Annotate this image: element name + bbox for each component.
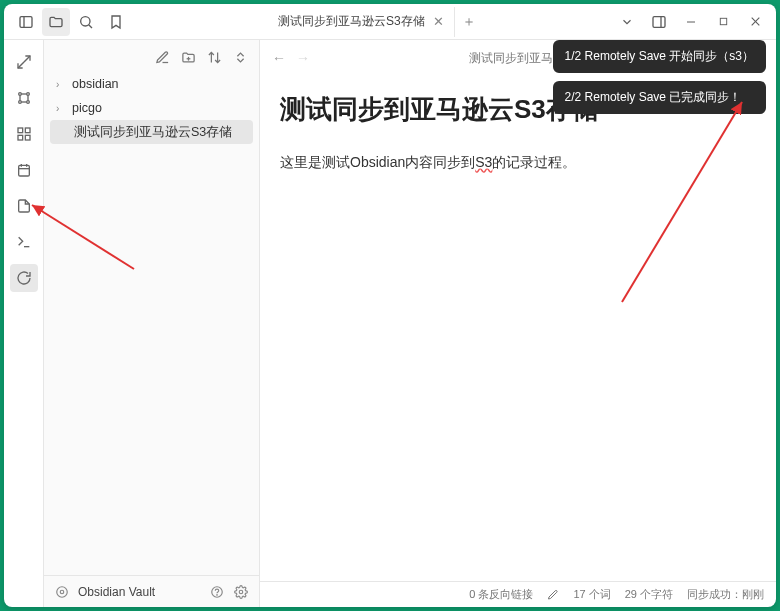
vault-footer: Obsidian Vault bbox=[44, 575, 259, 607]
folder-item[interactable]: › picgo bbox=[50, 96, 253, 120]
quick-switcher-icon[interactable] bbox=[10, 48, 38, 76]
svg-point-10 bbox=[18, 93, 21, 96]
chevron-right-icon: › bbox=[56, 103, 68, 114]
close-window-icon[interactable] bbox=[740, 8, 770, 36]
file-name: 测试同步到亚马逊云S3存储 bbox=[74, 124, 232, 141]
bookmarks-icon[interactable] bbox=[102, 8, 130, 36]
svg-rect-21 bbox=[25, 135, 30, 140]
maximize-icon[interactable] bbox=[708, 8, 738, 36]
titlebar-left bbox=[4, 8, 138, 36]
help-icon[interactable] bbox=[209, 584, 225, 600]
svg-rect-18 bbox=[18, 128, 23, 133]
canvas-icon[interactable] bbox=[10, 120, 38, 148]
file-item-selected[interactable]: 测试同步到亚马逊云S3存储 bbox=[50, 120, 253, 144]
sidebar: › obsidian › picgo 测试同步到亚马逊云S3存储 Obsidia… bbox=[44, 40, 260, 607]
new-note-icon[interactable] bbox=[153, 48, 171, 66]
svg-rect-4 bbox=[653, 16, 665, 27]
app-window: 测试同步到亚马逊云S3存储 ✕ ＋ bbox=[4, 4, 776, 607]
svg-rect-0 bbox=[20, 16, 32, 27]
vault-switcher-icon[interactable] bbox=[54, 584, 70, 600]
daily-note-icon[interactable] bbox=[10, 156, 38, 184]
ribbon bbox=[4, 40, 44, 607]
graph-view-icon[interactable] bbox=[10, 84, 38, 112]
toggle-left-sidebar-icon[interactable] bbox=[12, 8, 40, 36]
collapse-icon[interactable] bbox=[231, 48, 249, 66]
minimize-icon[interactable] bbox=[676, 8, 706, 36]
status-words[interactable]: 17 个词 bbox=[573, 587, 610, 602]
chevron-down-icon[interactable] bbox=[612, 8, 642, 36]
toast-container: 1/2 Remotely Save 开始同步（s3） 2/2 Remotely … bbox=[553, 40, 766, 114]
edit-mode-icon[interactable] bbox=[547, 589, 559, 601]
settings-icon[interactable] bbox=[233, 584, 249, 600]
svg-line-3 bbox=[89, 24, 92, 27]
svg-point-30 bbox=[60, 590, 64, 594]
status-sync[interactable]: 同步成功：刚刚 bbox=[687, 587, 764, 602]
tab-active[interactable]: 测试同步到亚马逊云S3存储 ✕ bbox=[268, 7, 455, 37]
svg-point-13 bbox=[26, 101, 29, 104]
statusbar: 0 条反向链接 17 个词 29 个字符 同步成功：刚刚 bbox=[260, 581, 776, 607]
svg-rect-19 bbox=[25, 128, 30, 133]
folder-name: picgo bbox=[72, 101, 102, 115]
status-backlinks[interactable]: 0 条反向链接 bbox=[469, 587, 533, 602]
nav-back-icon[interactable]: ← bbox=[272, 50, 286, 66]
search-icon[interactable] bbox=[72, 8, 100, 36]
editor-content[interactable]: 测试同步到亚马逊云S3存储 这里是测试Obsidian内容同步到S3的记录过程。 bbox=[260, 76, 776, 581]
document-body: 这里是测试Obsidian内容同步到S3的记录过程。 bbox=[280, 151, 756, 175]
toast-notification[interactable]: 2/2 Remotely Save 已完成同步！ bbox=[553, 81, 766, 114]
tab-bar: 测试同步到亚马逊云S3存储 ✕ ＋ bbox=[138, 7, 606, 37]
sync-icon[interactable] bbox=[10, 264, 38, 292]
svg-rect-7 bbox=[720, 18, 726, 24]
svg-point-12 bbox=[18, 101, 21, 104]
svg-point-29 bbox=[57, 586, 68, 597]
tab-title: 测试同步到亚马逊云S3存储 bbox=[278, 13, 425, 30]
nav-forward-icon[interactable]: → bbox=[296, 50, 310, 66]
svg-point-33 bbox=[239, 590, 243, 594]
templates-icon[interactable] bbox=[10, 192, 38, 220]
status-chars[interactable]: 29 个字符 bbox=[625, 587, 673, 602]
body-area: › obsidian › picgo 测试同步到亚马逊云S3存储 Obsidia… bbox=[4, 40, 776, 607]
sort-icon[interactable] bbox=[205, 48, 223, 66]
new-folder-icon[interactable] bbox=[179, 48, 197, 66]
vault-name: Obsidian Vault bbox=[78, 585, 155, 599]
titlebar: 测试同步到亚马逊云S3存储 ✕ ＋ bbox=[4, 4, 776, 40]
svg-rect-22 bbox=[18, 165, 29, 176]
close-tab-icon[interactable]: ✕ bbox=[433, 14, 444, 29]
toast-notification[interactable]: 1/2 Remotely Save 开始同步（s3） bbox=[553, 40, 766, 73]
svg-rect-20 bbox=[18, 135, 23, 140]
file-tree: › obsidian › picgo 测试同步到亚马逊云S3存储 bbox=[44, 72, 259, 575]
command-palette-icon[interactable] bbox=[10, 228, 38, 256]
folder-item[interactable]: › obsidian bbox=[50, 72, 253, 96]
new-tab-button[interactable]: ＋ bbox=[455, 8, 483, 36]
svg-point-2 bbox=[81, 16, 90, 25]
toggle-right-sidebar-icon[interactable] bbox=[644, 8, 674, 36]
svg-point-11 bbox=[26, 93, 29, 96]
files-tab-icon[interactable] bbox=[42, 8, 70, 36]
folder-name: obsidian bbox=[72, 77, 119, 91]
titlebar-right bbox=[606, 8, 776, 36]
editor-pane: ← → 测试同步到亚马逊云S3存储 测试同步到亚马逊云S3存储 这里是测试Obs… bbox=[260, 40, 776, 607]
svg-point-32 bbox=[217, 594, 218, 595]
sidebar-tools bbox=[44, 40, 259, 72]
chevron-right-icon: › bbox=[56, 79, 68, 90]
